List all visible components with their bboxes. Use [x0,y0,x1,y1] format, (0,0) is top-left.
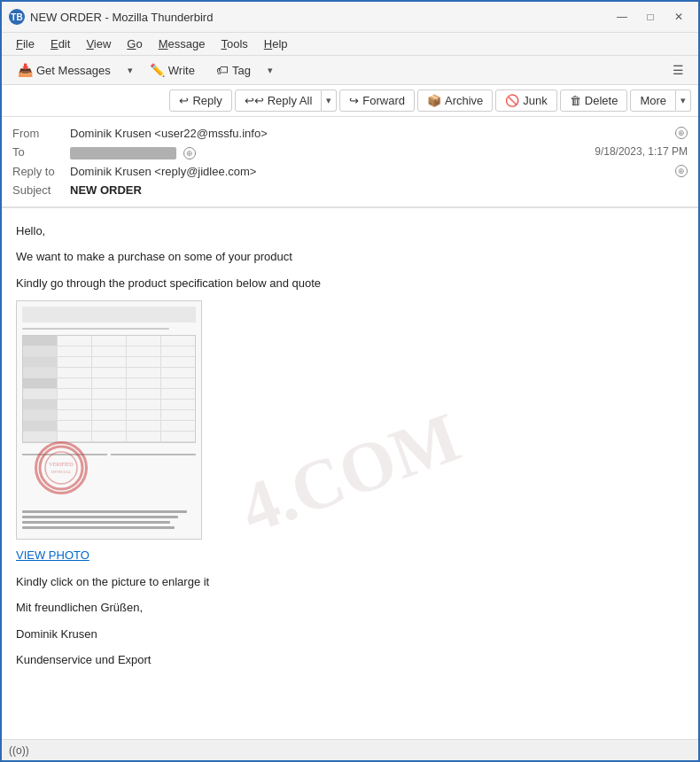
body-line1: We want to make a purchase on some of yo… [16,248,684,266]
window-title: NEW ORDER - Mozilla Thunderbird [30,11,213,24]
svg-text:VERIFIED: VERIFIED [49,462,74,467]
document-image[interactable]: VERIFIED OFFICIAL [16,300,202,540]
junk-icon: 🚫 [505,94,519,107]
tag-icon: 🏷 [216,63,229,77]
email-header: From Dominik Krusen <user22@mssfu.info> … [2,117,698,207]
doc-stamp: VERIFIED OFFICIAL [35,441,88,494]
close-button[interactable]: ✕ [666,7,691,27]
reply-to-row: Reply to Dominik Krusen <reply@jidlee.co… [12,162,688,181]
click-instruction: Kindly click on the picture to enlarge i… [16,573,684,591]
menu-go[interactable]: Go [120,35,149,53]
junk-button[interactable]: 🚫 Junk [495,89,556,112]
statusbar: ((o)) [2,739,698,760]
to-label: To [12,145,70,159]
closing: Mit freundlichen Grüßen, [16,599,684,617]
svg-point-1 [45,452,77,484]
titlebar-left: TB NEW ORDER - Mozilla Thunderbird [9,9,213,25]
greeting: Hello, [16,222,684,240]
reply-icon: ↩ [179,94,189,107]
reply-all-dropdown[interactable]: ▾ [322,89,337,112]
titlebar: TB NEW ORDER - Mozilla Thunderbird — □ ✕ [2,2,698,33]
to-redacted [70,147,176,159]
forward-button[interactable]: ↪ Forward [339,89,415,112]
reply-to-value: Dominik Krusen <reply@jidlee.com> [70,165,672,178]
subject-row: Subject NEW ORDER [12,181,688,199]
reply-all-icon: ↩↩ [245,94,264,107]
tag-button[interactable]: 🏷 Tag [207,59,260,81]
to-contact-icon[interactable]: ⊕ [183,147,196,159]
to-value: ⊕ [70,145,595,159]
signature-title: Kundenservice und Export [16,651,684,669]
reply-to-contact-icon[interactable]: ⊕ [675,165,688,177]
get-messages-icon: 📥 [18,63,33,77]
reply-to-label: Reply to [12,165,70,178]
doc-text-lines [22,508,196,532]
subject-label: Subject [12,183,70,197]
doc-line [22,328,169,330]
from-contact-icon[interactable]: ⊕ [675,127,688,139]
email-body: 4.COM Hello, We want to make a purchase … [2,208,698,739]
svg-point-0 [40,447,82,489]
signature-name: Dominik Krusen [16,626,684,643]
from-label: From [12,127,70,140]
minimize-button[interactable]: — [610,7,634,27]
menu-tools[interactable]: Tools [214,35,254,53]
menu-message[interactable]: Message [152,35,213,53]
reply-button[interactable]: ↩ Reply [169,89,231,112]
view-photo-link[interactable]: VIEW PHOTO [16,548,89,562]
doc-header-block [22,307,196,323]
body-line2: Kindly go through the product specificat… [16,275,684,292]
more-group: More ▾ [630,89,691,112]
forward-icon: ↪ [349,94,359,107]
svg-text:OFFICIAL: OFFICIAL [51,470,72,474]
action-toolbar: ↩ Reply ↩↩ Reply All ▾ ↪ Forward 📦 Archi… [2,85,698,117]
archive-button[interactable]: 📦 Archive [417,89,493,112]
main-toolbar: 📥 Get Messages ▾ ✏️ Write 🏷 Tag ▾ ☰ [2,56,698,85]
main-window: TB NEW ORDER - Mozilla Thunderbird — □ ✕… [0,0,700,762]
delete-button[interactable]: 🗑 Delete [560,89,628,112]
doc-table [22,335,196,443]
menu-edit[interactable]: Edit [43,35,77,53]
window-controls: — □ ✕ [610,7,691,27]
tag-dropdown[interactable]: ▾ [263,61,277,80]
hamburger-menu-button[interactable]: ☰ [665,59,691,81]
archive-icon: 📦 [427,94,441,107]
to-row: To ⊕ 9/18/2023, 1:17 PM [12,143,688,162]
menu-file[interactable]: File [9,35,42,53]
from-row: From Dominik Krusen <user22@mssfu.info> … [12,124,688,143]
reply-all-button[interactable]: ↩↩ Reply All [235,89,323,112]
app-icon: TB [9,9,25,25]
more-dropdown[interactable]: ▾ [676,89,691,112]
menubar: File Edit View Go Message Tools Help [2,33,698,56]
get-messages-button[interactable]: 📥 Get Messages [9,59,120,81]
wifi-icon: ((o)) [9,744,29,757]
menu-help[interactable]: Help [257,35,295,53]
write-button[interactable]: ✏️ Write [141,59,204,81]
maximize-button[interactable]: □ [638,7,663,27]
get-messages-dropdown[interactable]: ▾ [123,61,137,80]
from-value: Dominik Krusen <user22@mssfu.info> [70,127,672,140]
delete-icon: 🗑 [570,94,581,107]
write-icon: ✏️ [150,63,165,77]
reply-all-group: ↩↩ Reply All ▾ [235,89,338,112]
wifi-status: ((o)) [9,744,29,757]
menu-view[interactable]: View [79,35,118,53]
email-content: Hello, We want to make a purchase on som… [16,222,684,669]
more-button[interactable]: More [630,89,676,112]
subject-value: NEW ORDER [70,183,142,197]
email-date: 9/18/2023, 1:17 PM [595,145,688,158]
